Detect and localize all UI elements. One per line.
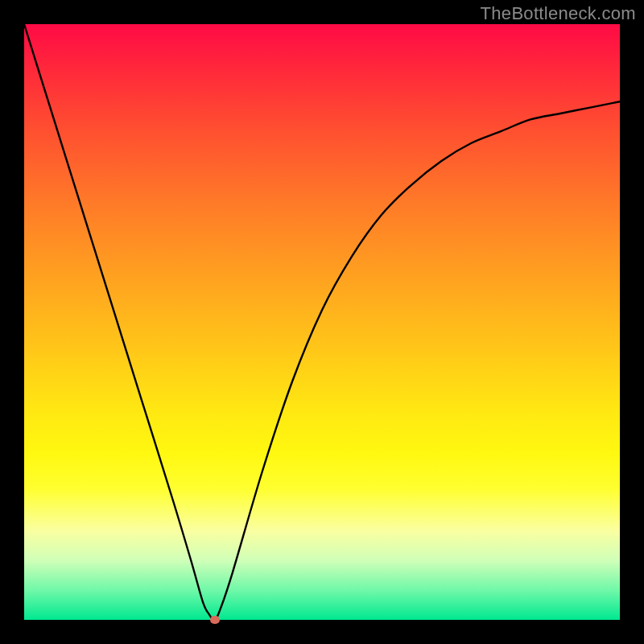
chart-frame: TheBottleneck.com [0, 0, 644, 644]
bottleneck-curve [24, 24, 620, 620]
plot-area [24, 24, 620, 620]
optimal-point-marker [210, 616, 220, 624]
watermark-text: TheBottleneck.com [481, 3, 636, 24]
